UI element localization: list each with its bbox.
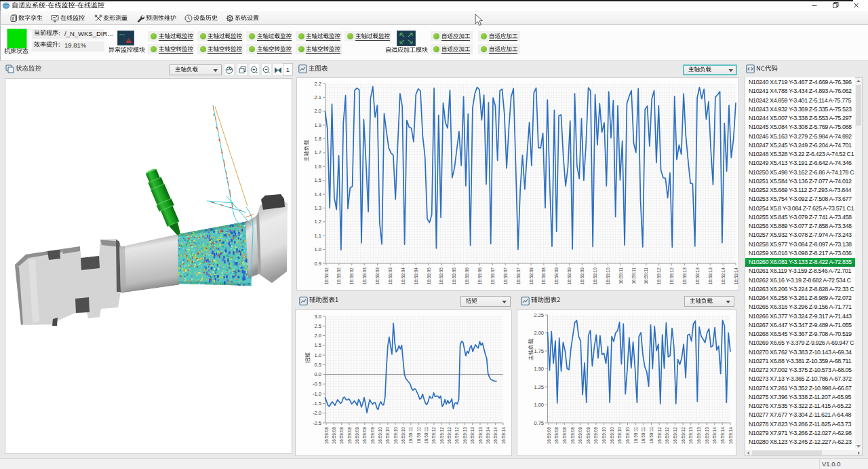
svg-text:16:59:11: 16:59:11 — [633, 427, 638, 444]
svg-text:16:59:12: 16:59:12 — [454, 427, 459, 445]
svg-text:1.50: 1.50 — [534, 366, 544, 372]
svg-text:16:59:12: 16:59:12 — [681, 427, 686, 445]
svg-text:-0.5: -0.5 — [313, 381, 321, 387]
svg-text:16:59:06: 16:59:06 — [477, 267, 482, 285]
svg-text:16:59:09: 16:59:09 — [362, 427, 367, 445]
svg-text:1.5: 1.5 — [315, 177, 321, 183]
svg-text:16:59:05: 16:59:05 — [452, 267, 456, 285]
svg-text:16:59:12: 16:59:12 — [665, 427, 669, 445]
svg-text:16:59:11: 16:59:11 — [641, 427, 646, 444]
svg-text:16:59:13: 16:59:13 — [708, 267, 713, 285]
svg-text:16:59:02: 16:59:02 — [349, 267, 354, 285]
svg-text:1.2: 1.2 — [315, 219, 321, 225]
svg-text:1.00: 1.00 — [534, 402, 544, 408]
svg-text:16:59:14: 16:59:14 — [720, 427, 725, 445]
svg-text:16:59:08: 16:59:08 — [529, 267, 534, 285]
svg-text:-1.0: -1.0 — [313, 391, 321, 397]
svg-text:16:59:09: 16:59:09 — [580, 267, 585, 285]
svg-text:0.0: 0.0 — [315, 371, 321, 377]
svg-text:16:59:14: 16:59:14 — [501, 427, 506, 445]
svg-text:16:59:09: 16:59:09 — [370, 427, 375, 445]
svg-text:-1.5: -1.5 — [313, 400, 321, 407]
svg-text:2.0: 2.0 — [315, 108, 321, 114]
svg-text:16:59:12: 16:59:12 — [669, 267, 674, 285]
svg-text:2.1: 2.1 — [315, 94, 321, 100]
svg-text:16:59:14: 16:59:14 — [728, 427, 733, 445]
svg-text:16:59:08: 16:59:08 — [347, 427, 352, 445]
svg-text:16:59:08: 16:59:08 — [547, 427, 551, 445]
svg-text:16:59:10: 16:59:10 — [393, 427, 398, 445]
svg-text:16:59:04: 16:59:04 — [401, 267, 406, 285]
svg-text:1.9: 1.9 — [315, 122, 321, 128]
svg-text:16:59:13: 16:59:13 — [682, 267, 687, 285]
svg-text:16:59:11: 16:59:11 — [424, 427, 429, 444]
svg-text:16:59:12: 16:59:12 — [673, 427, 677, 445]
svg-text:1.1: 1.1 — [315, 233, 321, 239]
svg-text:16:59:07: 16:59:07 — [503, 267, 508, 285]
svg-text:16:59:11: 16:59:11 — [408, 427, 413, 444]
svg-text:16:59:13: 16:59:13 — [470, 427, 475, 445]
svg-text:16:59:10: 16:59:10 — [593, 267, 597, 285]
svg-text:16:59:08: 16:59:08 — [332, 427, 336, 445]
svg-text:2.25: 2.25 — [534, 312, 544, 318]
svg-text:16:59:09: 16:59:09 — [578, 427, 583, 445]
svg-text:16:59:09: 16:59:09 — [586, 427, 591, 445]
svg-text:1.8: 1.8 — [315, 136, 321, 142]
svg-text:16:59:11: 16:59:11 — [649, 427, 654, 444]
svg-text:16:59:03: 16:59:03 — [375, 267, 380, 285]
svg-text:-2.5: -2.5 — [313, 420, 321, 426]
svg-text:16:59:07: 16:59:07 — [516, 267, 521, 285]
svg-text:1.6: 1.6 — [315, 164, 321, 170]
svg-text:16:59:06: 16:59:06 — [465, 267, 469, 285]
svg-text:1.7: 1.7 — [315, 149, 321, 155]
svg-text:16:59:08: 16:59:08 — [541, 267, 546, 285]
svg-text:16:59:11: 16:59:11 — [416, 427, 421, 444]
svg-text:16:59:10: 16:59:10 — [606, 267, 610, 285]
svg-text:16:59:10: 16:59:10 — [385, 427, 390, 445]
svg-text:2.5: 2.5 — [315, 323, 321, 329]
svg-text:0.9: 0.9 — [315, 261, 321, 267]
svg-text:16:59:14: 16:59:14 — [486, 427, 490, 445]
svg-text:16:59:11: 16:59:11 — [618, 267, 623, 284]
svg-text:-2.0: -2.0 — [313, 410, 321, 416]
svg-text:2.0: 2.0 — [315, 333, 321, 339]
svg-text:16:59:13: 16:59:13 — [478, 427, 483, 445]
svg-text:16:59:12: 16:59:12 — [447, 427, 452, 445]
svg-text:1.25: 1.25 — [534, 384, 544, 390]
svg-text:0.75: 0.75 — [534, 420, 544, 426]
svg-text:16:59:04: 16:59:04 — [414, 267, 418, 285]
svg-text:16:59:08: 16:59:08 — [339, 427, 344, 445]
svg-text:16:59:02: 16:59:02 — [336, 267, 341, 285]
svg-text:16:59:13: 16:59:13 — [705, 427, 709, 445]
svg-text:16:59:13: 16:59:13 — [695, 267, 700, 285]
svg-text:16:59:11: 16:59:11 — [644, 267, 648, 284]
svg-text:16:59:10: 16:59:10 — [625, 427, 630, 445]
svg-text:1.5: 1.5 — [315, 342, 321, 348]
svg-text:16:59:13: 16:59:13 — [696, 427, 701, 445]
svg-text:16:59:14: 16:59:14 — [734, 267, 738, 285]
svg-text:16:59:09: 16:59:09 — [593, 427, 598, 445]
svg-text:16:59:13: 16:59:13 — [688, 427, 693, 445]
svg-text:16:59:08: 16:59:08 — [324, 427, 329, 445]
svg-text:16:59:08: 16:59:08 — [554, 427, 559, 445]
svg-text:16:59:03: 16:59:03 — [362, 267, 367, 285]
svg-text:3.0: 3.0 — [315, 314, 321, 320]
svg-text:2.00: 2.00 — [534, 330, 544, 336]
svg-text:16:59:10: 16:59:10 — [610, 427, 614, 445]
svg-text:1.0: 1.0 — [315, 352, 321, 358]
svg-text:1.3: 1.3 — [315, 205, 321, 211]
svg-text:16:59:12: 16:59:12 — [431, 427, 436, 445]
svg-text:16:59:13: 16:59:13 — [462, 427, 467, 445]
svg-text:16:59:12: 16:59:12 — [657, 427, 662, 445]
svg-text:1.0: 1.0 — [315, 246, 321, 252]
svg-text:16:59:12: 16:59:12 — [439, 427, 444, 445]
svg-text:0.5: 0.5 — [315, 362, 321, 368]
svg-text:16:59:05: 16:59:05 — [427, 267, 431, 285]
svg-text:16:59:10: 16:59:10 — [617, 427, 622, 445]
svg-text:16:59:12: 16:59:12 — [656, 267, 661, 285]
svg-text:16:59:11: 16:59:11 — [631, 267, 636, 284]
svg-text:16:59:03: 16:59:03 — [388, 267, 393, 285]
svg-text:16:59:09: 16:59:09 — [355, 427, 359, 445]
svg-text:16:59:14: 16:59:14 — [493, 427, 498, 445]
svg-text:16:59:07: 16:59:07 — [490, 267, 495, 285]
